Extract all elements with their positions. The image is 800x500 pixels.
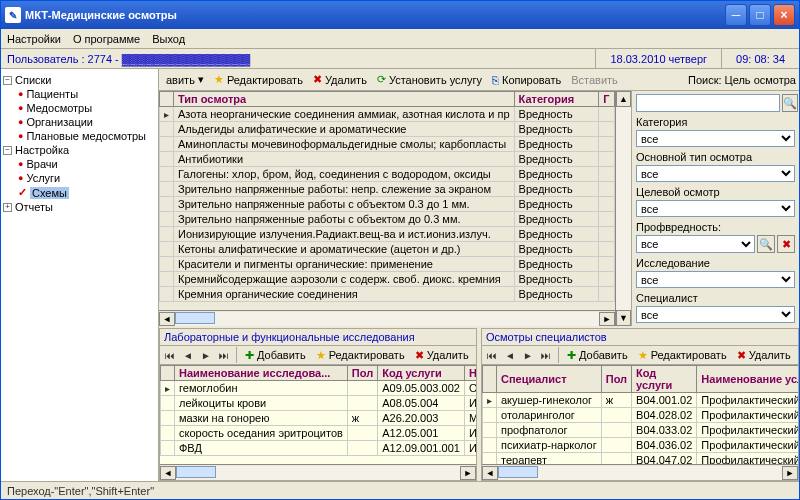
- set-service-button[interactable]: ⟳Установить услугу: [373, 72, 486, 87]
- table-row[interactable]: Кремнийсодержащие аэрозоли с содерж. сво…: [160, 272, 615, 287]
- filter-spec-label: Специалист: [636, 292, 795, 304]
- lab-add-button[interactable]: ✚Добавить: [241, 348, 310, 363]
- filter-target-select[interactable]: все: [636, 200, 795, 217]
- table-row[interactable]: отоларингологB04.028.02Профилактический …: [483, 408, 799, 423]
- x-icon: ✖: [313, 73, 322, 86]
- minimize-button[interactable]: ─: [725, 4, 747, 26]
- spec-delete-button[interactable]: ✖Удалить: [733, 348, 795, 363]
- star-icon: ★: [214, 73, 224, 86]
- tree-services: ●Услуги: [3, 171, 156, 185]
- col-category: Категория: [514, 92, 599, 107]
- search-label: Поиск: Цель осмотра: [688, 74, 796, 86]
- table-row[interactable]: Зрительно напряженные работы: непр. слеж…: [160, 182, 615, 197]
- tree-setup: −Настройка: [3, 143, 156, 157]
- nav-first[interactable]: ⏮: [484, 347, 500, 363]
- copy-button[interactable]: ⎘Копировать: [488, 73, 565, 87]
- tree-exams: ●Медосмотры: [3, 101, 156, 115]
- search-go-button[interactable]: 🔍: [782, 94, 798, 112]
- filter-research-select[interactable]: все: [636, 271, 795, 288]
- close-button[interactable]: ×: [773, 4, 795, 26]
- filter-panel: 🔍 ✖ Категория все Основной тип осмотра в…: [631, 91, 799, 326]
- tree-patients: ●Пациенты: [3, 87, 156, 101]
- window-title: МКТ-Медицинские осмотры: [25, 9, 725, 21]
- prof-clear-button[interactable]: ✖: [777, 235, 795, 253]
- table-row[interactable]: Зрительно напряженные работы с объектом …: [160, 212, 615, 227]
- time-label: 09: 08: 34: [721, 49, 799, 68]
- statusbar: Переход-"Enter","Shift+Enter": [1, 481, 799, 499]
- table-row[interactable]: Зрительно напряженные работы с объектом …: [160, 197, 615, 212]
- nav-prev[interactable]: ◄: [180, 347, 196, 363]
- table-row[interactable]: АнтибиотикиВредность: [160, 152, 615, 167]
- menu-exit[interactable]: Выход: [152, 33, 185, 45]
- table-row[interactable]: мазки на гонореюжA26.20.003Ми: [161, 411, 477, 426]
- user-label: Пользователь : 2774 - ▓▓▓▓▓▓▓▓▓▓▓▓▓▓▓▓: [1, 53, 595, 65]
- main-hscroll[interactable]: ◄►: [159, 310, 615, 326]
- tree-reports: +Отчеты: [3, 200, 156, 214]
- table-row[interactable]: Ионизирующие излучения.Радиакт.вещ-ва и …: [160, 227, 615, 242]
- status-text: Переход-"Enter","Shift+Enter": [7, 485, 154, 497]
- table-row[interactable]: ▸Азота неорганические соединения аммиак,…: [160, 107, 615, 122]
- delete-button[interactable]: ✖Удалить: [309, 72, 371, 87]
- paste-button[interactable]: Вставить: [567, 73, 622, 87]
- lab-title: Лабораторные и функциональные исследован…: [160, 329, 476, 345]
- filter-category-select[interactable]: все: [636, 130, 795, 147]
- table-row[interactable]: ФВДA12.09.001.001Ис: [161, 441, 477, 456]
- main-grid[interactable]: Тип осмотра Категория Г ▸Азота неорганич…: [159, 91, 615, 310]
- table-row[interactable]: Аминопласты мочевиноформальдегидные смол…: [160, 137, 615, 152]
- table-row[interactable]: профпатологB04.033.02Профилактический пр: [483, 423, 799, 438]
- infobar: Пользователь : 2774 - ▓▓▓▓▓▓▓▓▓▓▓▓▓▓▓▓ 1…: [1, 49, 799, 69]
- sidebar-tree[interactable]: −Списки ●Пациенты ●Медосмотры ●Организац…: [1, 69, 159, 481]
- table-row[interactable]: лейкоциты кровиA08.05.004Ис: [161, 396, 477, 411]
- lab-edit-button[interactable]: ★Редактировать: [312, 348, 409, 363]
- lab-toolbar: ⏮ ◄ ► ⏭ ✚Добавить ★Редактировать ✖Удалит…: [160, 345, 476, 365]
- tree-planned: ●Плановые медосмотры: [3, 129, 156, 143]
- table-row[interactable]: Кремния органические соединенияВредность: [160, 287, 615, 302]
- menu-about[interactable]: О программе: [73, 33, 140, 45]
- copy-icon: ⎘: [492, 74, 499, 86]
- nav-prev[interactable]: ◄: [502, 347, 518, 363]
- lab-panel: Лабораторные и функциональные исследован…: [159, 328, 477, 481]
- table-row[interactable]: скорость оседания эритроцитовA12.05.001И…: [161, 426, 477, 441]
- col-g: Г: [599, 92, 615, 107]
- table-row[interactable]: Кетоны алифатические и ароматические (ац…: [160, 242, 615, 257]
- table-row[interactable]: Галогены: хлор, бром, йод, соединения с …: [160, 167, 615, 182]
- nav-last[interactable]: ⏭: [216, 347, 232, 363]
- filter-maintype-select[interactable]: все: [636, 165, 795, 182]
- filter-prof-label: Профвредность:: [636, 221, 795, 233]
- filter-maintype-label: Основной тип осмотра: [636, 151, 795, 163]
- nav-last[interactable]: ⏭: [538, 347, 554, 363]
- table-row[interactable]: психиатр-наркологB04.036.02Профилактичес…: [483, 438, 799, 453]
- prof-lookup-button[interactable]: 🔍: [757, 235, 775, 253]
- add-button[interactable]: авить ▾: [162, 72, 208, 87]
- spec-add-button[interactable]: ✚Добавить: [563, 348, 632, 363]
- filter-spec-select[interactable]: все: [636, 306, 795, 323]
- edit-button[interactable]: ★Редактировать: [210, 72, 307, 87]
- table-row[interactable]: Альдегиды алифатические и ароматическиеВ…: [160, 122, 615, 137]
- filter-research-label: Исследование: [636, 257, 795, 269]
- table-row[interactable]: терапевтB04.047.02Профилактический пр: [483, 453, 799, 465]
- nav-first[interactable]: ⏮: [162, 347, 178, 363]
- tree-doctors: ●Врачи: [3, 157, 156, 171]
- filter-target-label: Целевой осмотр: [636, 186, 795, 198]
- lab-grid[interactable]: Наименование исследова...ПолКод услугиНа…: [160, 365, 476, 464]
- search-input[interactable]: [636, 94, 780, 112]
- table-row[interactable]: ▸гемоглобинA09.05.003.002Оп: [161, 381, 477, 396]
- nav-next[interactable]: ►: [520, 347, 536, 363]
- filter-prof-select[interactable]: все: [636, 235, 755, 253]
- spec-hscroll[interactable]: ◄►: [482, 464, 798, 480]
- table-row[interactable]: Красители и пигменты органические: приме…: [160, 257, 615, 272]
- menu-settings[interactable]: Настройки: [7, 33, 61, 45]
- table-row[interactable]: ▸акушер-гинекологжB04.001.02Профилактиче…: [483, 393, 799, 408]
- filter-category-label: Категория: [636, 116, 795, 128]
- nav-next[interactable]: ►: [198, 347, 214, 363]
- spec-edit-button[interactable]: ★Редактировать: [634, 348, 731, 363]
- maximize-button[interactable]: □: [749, 4, 771, 26]
- date-label: 18.03.2010 четверг: [595, 49, 721, 68]
- spec-grid[interactable]: СпециалистПолКод услугиНаименование услу…: [482, 365, 798, 464]
- col-type: Тип осмотра: [174, 92, 515, 107]
- main-vscroll[interactable]: ▲▼: [615, 91, 631, 326]
- tree-orgs: ●Организации: [3, 115, 156, 129]
- check-icon: ⟳: [377, 73, 386, 86]
- lab-hscroll[interactable]: ◄►: [160, 464, 476, 480]
- lab-delete-button[interactable]: ✖Удалить: [411, 348, 473, 363]
